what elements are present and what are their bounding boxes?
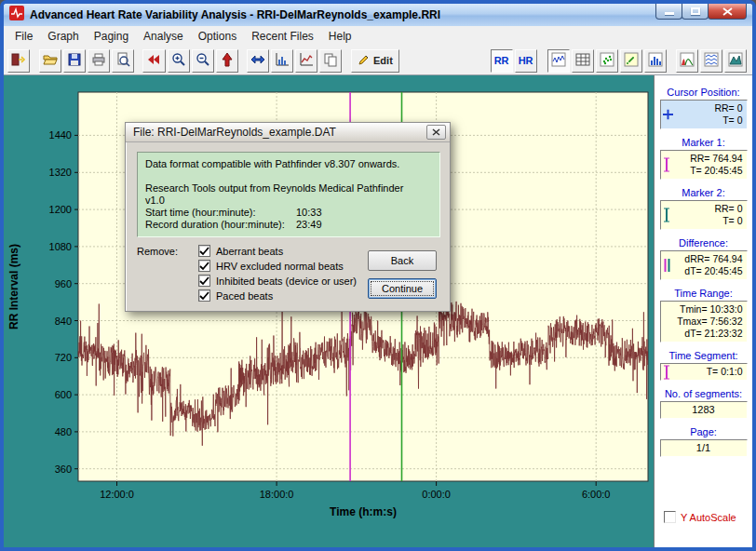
poincare-button[interactable]	[620, 49, 642, 73]
print-button[interactable]	[88, 49, 110, 73]
maximize-button[interactable]	[682, 4, 709, 20]
marker-1-label: Marker 1:	[656, 137, 750, 148]
paced-beats-checkbox[interactable]	[198, 289, 210, 302]
spectrum-button[interactable]	[676, 49, 698, 73]
inhibited-beats-device-or-user-checkbox[interactable]	[198, 275, 210, 287]
hrv-excluded-normal-beats-row[interactable]: HRV excluded normal beats	[198, 260, 357, 272]
histogram-icon	[648, 52, 663, 70]
poincare-icon	[624, 52, 639, 70]
menu-item-help[interactable]: Help	[321, 27, 359, 46]
dialog-close-button[interactable]	[426, 125, 446, 140]
dialog-title-bar[interactable]: File: RRI-DelMarReynolds_example.DAT	[126, 123, 450, 142]
aberrant-beats-label: Aberrant beats	[216, 246, 283, 257]
y-autoscale-checkbox[interactable]	[664, 511, 676, 523]
cursor-up-button[interactable]	[216, 49, 238, 73]
aberrant-beats-checkbox[interactable]	[198, 245, 210, 257]
info-field-value: 23:49	[296, 219, 322, 231]
hr-button[interactable]: HR	[515, 49, 537, 73]
aberrant-beats-row[interactable]: Aberrant beats	[198, 245, 357, 257]
table-icon	[575, 52, 590, 70]
inhibited-beats-device-or-user-row[interactable]: Inhibited beats (device or user)	[198, 275, 357, 287]
preview-button[interactable]	[112, 49, 134, 73]
print-icon	[91, 52, 106, 70]
remove-label: Remove:	[137, 245, 198, 302]
surface-icon	[728, 52, 743, 70]
save-button[interactable]	[63, 49, 86, 73]
time-segment-box: T= 0:1:0	[660, 363, 748, 381]
svg-text:18:00:0: 18:00:0	[260, 489, 294, 500]
back-button[interactable]: Back	[368, 250, 437, 271]
open-icon	[43, 52, 58, 70]
rewind-icon	[146, 52, 161, 70]
segments-count-values: 1283	[665, 404, 743, 416]
svg-text:6:00:0: 6:00:0	[582, 489, 611, 500]
svg-text:360: 360	[55, 464, 72, 475]
zoom-out-icon	[196, 52, 210, 70]
hrv-excluded-normal-beats-checkbox[interactable]	[198, 260, 210, 272]
histogram-button[interactable]	[644, 49, 667, 73]
hr-button-label: HR	[519, 55, 533, 66]
rewind-button[interactable]	[142, 49, 165, 73]
open-button[interactable]	[39, 49, 61, 73]
time-range-box: Tmin= 10:33:0Tmax= 7:56:32dT= 21:23:32	[660, 301, 748, 343]
minimize-button[interactable]	[655, 4, 682, 20]
marker-1-box: RR= 764.94T= 20:45:45	[660, 150, 748, 180]
menu-item-file[interactable]: File	[7, 27, 40, 46]
waterfall-button[interactable]	[700, 49, 722, 73]
x-axis-title: Time (h:m:s)	[330, 505, 397, 518]
cursor-position-box: RR= 0T= 0	[660, 100, 748, 129]
marker-magenta-icon	[663, 365, 670, 380]
paced-beats-label: Paced beats	[216, 290, 273, 302]
exit-icon	[11, 52, 26, 70]
h-scale-button[interactable]	[247, 49, 269, 73]
exit-button[interactable]	[7, 49, 30, 73]
copy-button[interactable]	[319, 49, 342, 73]
svg-text:720: 720	[55, 352, 72, 363]
menu-item-paging[interactable]: Paging	[87, 27, 136, 46]
time-range-label: Time Range:	[656, 288, 750, 299]
tachogram-button[interactable]	[547, 49, 570, 73]
window-controls	[656, 4, 747, 20]
time-segment-values: T= 0:1:0	[673, 366, 743, 378]
interval-histogram-button[interactable]	[271, 49, 293, 73]
cursor-position-label: Cursor Position:	[656, 87, 750, 98]
info-line: v1.0	[145, 195, 432, 207]
pencil-icon	[358, 53, 371, 69]
table-button[interactable]	[572, 49, 594, 73]
trend-chart-icon	[299, 52, 314, 70]
marker-2-box: RR= 0T= 0	[660, 200, 748, 230]
close-button[interactable]	[708, 4, 747, 20]
rr-button-label: RR	[494, 55, 509, 66]
surface-button[interactable]	[724, 49, 747, 73]
info-field-label: Start time (hour:minute):	[145, 207, 296, 219]
menu-item-options[interactable]: Options	[191, 27, 244, 46]
rr-button[interactable]: RR	[491, 49, 513, 73]
svg-text:840: 840	[55, 316, 72, 327]
zoom-in-button[interactable]	[168, 49, 190, 73]
difference-values: dRR= 764.94dT= 20:45:45	[673, 253, 743, 277]
menu-item-analyse[interactable]: Analyse	[136, 27, 191, 46]
marker-magenta-icon	[663, 157, 670, 172]
remove-checkbox-list: Aberrant beatsHRV excluded normal beatsI…	[198, 245, 357, 302]
continue-button[interactable]: Continue	[368, 278, 437, 299]
cursor-position-values: RR= 0T= 0	[673, 102, 743, 127]
title-bar[interactable]: Advanced Heart Rate Variability Analysis…	[4, 4, 752, 26]
page-values: 1/1	[665, 442, 743, 454]
y-autoscale-row[interactable]: Y AutoScale	[664, 511, 752, 523]
h-expand-icon	[250, 52, 265, 70]
tachogram-icon	[551, 52, 566, 70]
menu-item-graph[interactable]: Graph	[40, 27, 86, 46]
save-icon	[67, 52, 82, 70]
trend-chart-button[interactable]	[295, 49, 317, 73]
file-import-dialog: File: RRI-DelMarReynolds_example.DAT Dat…	[125, 122, 451, 312]
info-line: Data format compatible with Pathfinder v…	[145, 158, 432, 170]
app-icon	[9, 6, 24, 24]
marker-teal-icon	[663, 208, 670, 222]
zoom-out-button[interactable]	[192, 49, 214, 73]
scatter-button[interactable]	[596, 49, 618, 73]
dist-chart-icon	[275, 52, 290, 70]
svg-text:960: 960	[55, 278, 72, 289]
menu-item-recent-files[interactable]: Recent Files	[244, 27, 321, 46]
edit-button[interactable]: Edit	[351, 49, 399, 73]
paced-beats-row[interactable]: Paced beats	[198, 289, 357, 302]
